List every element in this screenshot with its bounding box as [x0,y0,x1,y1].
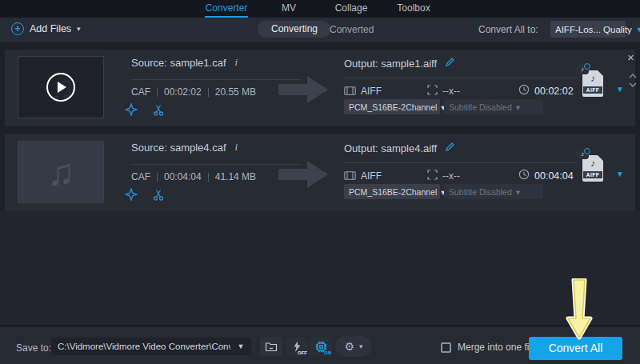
codec-dropdown[interactable]: PCM_S16BE-2Channel ▾ [344,99,440,114]
file-row-sample4: ♫ Source: sample4.caf i CAF 00:04:04 41.… [5,134,635,211]
source-meta: CAF 00:02:02 20.55 MB [131,86,256,98]
codec-value: PCM_S16BE-2Channel [349,102,437,112]
save-path-value: C:\Vidmore\Vidmore Video Converter\Conve… [51,342,230,351]
merge-option: Merge into one file [441,342,537,353]
source-size: 41.14 MB [215,171,256,182]
cut-scissors-icon[interactable] [149,101,168,118]
tab-toolbox-label: Toolbox [397,2,430,14]
tab-mv-label: MV [282,2,296,14]
music-note-icon: ♫ [47,154,75,190]
output-filename: Output: sample1.aiff [344,58,437,70]
merge-checkbox[interactable] [441,342,451,353]
clock-icon [518,169,530,183]
play-button[interactable] [46,73,75,102]
output-format-file-icon[interactable]: ♪ AIFF ♪ [582,70,603,97]
filmstrip-icon [344,169,356,183]
output-resolution: --x-- [442,86,460,97]
gpu-chip-on-button[interactable]: ON [310,337,332,356]
divider [131,79,301,80]
chip-state-label: ON [324,350,331,355]
media-thumbnail[interactable]: ♫ [18,56,104,118]
tab-converter[interactable]: Converter [195,0,258,18]
rename-pencil-icon[interactable] [445,56,455,70]
cut-scissors-icon[interactable] [149,186,168,203]
resolution-expand-icon [427,84,438,98]
file-type-label: AIFF [583,171,602,178]
convert-all-to-dropdown[interactable]: AIFF-Los... Quality ▼ [550,21,626,38]
hardware-acceleration-off-button[interactable]: OFF [286,337,308,356]
convert-all-to-value: AIFF-Los... Quality [555,25,632,34]
edit-effects-icon[interactable] [122,101,141,118]
source-filename: Source: sample4.caf [131,142,226,154]
merge-label: Merge into one file [458,342,537,353]
dropdown-caret-icon: ▾ [516,187,538,197]
converted-label: Converted [330,24,374,35]
source-meta: CAF 00:04:04 41.14 MB [131,171,256,182]
subtitle-value: Subtitle Disabled [449,102,512,112]
subtitle-value: Subtitle Disabled [449,187,512,197]
source-format: CAF [131,86,150,98]
chevron-down-icon: ▾ [77,25,81,33]
output-format: AIFF [361,86,382,97]
music-note-icon: ♪ [582,73,603,84]
rename-pencil-icon[interactable] [445,141,455,155]
output-format-file-icon[interactable]: ♪ AIFF ♪ [582,155,603,182]
tab-mv[interactable]: MV [258,0,320,18]
tab-collage[interactable]: Collage [320,0,382,18]
source-duration: 00:04:04 [164,171,202,182]
subtitle-dropdown[interactable]: Subtitle Disabled ▾ [444,184,543,199]
tab-toolbox[interactable]: Toolbox [382,0,445,18]
codec-dropdown[interactable]: PCM_S16BE-2Channel ▾ [344,184,440,199]
music-note-icon: ♪ [582,158,603,169]
chevron-down-icon: ▾ [359,342,363,350]
flash-state-label: OFF [298,350,307,355]
highlight-arrow-icon [562,278,598,344]
tab-converter-label: Converter [206,2,248,14]
source-duration: 00:02:02 [164,86,202,98]
format-caret-icon[interactable]: ▼ [616,170,624,178]
plus-circle-icon: + [11,22,24,35]
move-down-icon[interactable] [629,76,637,90]
save-to-label: Save to: [16,342,51,354]
subtitle-dropdown[interactable]: Subtitle Disabled ▾ [444,99,543,114]
tab-collage-label: Collage [335,2,368,14]
vidmore-converter-window: Converter MV Collage Toolbox + Add Files… [0,0,640,364]
tab-converting[interactable]: Converting [258,21,331,38]
convert-all-to-label: Convert All to: [478,24,538,35]
media-thumbnail[interactable]: ♫ [18,141,104,203]
output-format: AIFF [361,170,382,182]
open-folder-button[interactable] [260,337,282,356]
dropdown-caret-icon: ▾ [516,102,538,112]
info-icon[interactable]: i [235,56,238,69]
tab-converted[interactable]: Converted [330,24,374,35]
codec-value: PCM_S16BE-2Channel [349,187,437,197]
save-path-dropdown[interactable]: C:\Vidmore\Vidmore Video Converter\Conve… [51,338,251,355]
settings-button[interactable]: ⚙ ▾ [335,336,372,357]
audio-badge-icon: ♪ [576,150,589,159]
file-list-empty-area [0,211,640,325]
filmstrip-icon [344,84,356,98]
add-files-button[interactable]: + Add Files ▾ [11,22,81,35]
convert-direction-arrow-icon [278,158,330,194]
info-icon[interactable]: i [235,141,238,154]
dropdown-caret-icon: ▼ [230,342,251,350]
output-filename: Output: sample4.aiff [344,142,437,154]
output-resolution: --x-- [442,170,460,182]
add-files-label: Add Files [30,23,71,34]
converting-label: Converting [271,23,318,34]
divider [131,164,301,165]
edit-effects-icon[interactable] [122,186,141,203]
output-duration: 00:02:02 [534,86,574,97]
output-duration: 00:04:04 [534,170,574,182]
toolbar: + Add Files ▾ Converting Converted Conve… [0,18,640,42]
source-format: CAF [131,171,150,182]
resolution-expand-icon [427,169,438,183]
file-row-sample1: ♫ Source: sample1.caf i CAF 00:02:02 20.… [5,50,635,126]
divider [344,162,578,163]
bottom-bar: Save to: C:\Vidmore\Vidmore Video Conver… [0,326,640,364]
remove-row-icon[interactable]: × [627,51,634,64]
gear-icon: ⚙ [344,341,354,352]
audio-badge-icon: ♪ [576,65,589,74]
format-caret-icon[interactable]: ▼ [616,85,624,94]
main-tab-bar: Converter MV Collage Toolbox [0,0,640,18]
